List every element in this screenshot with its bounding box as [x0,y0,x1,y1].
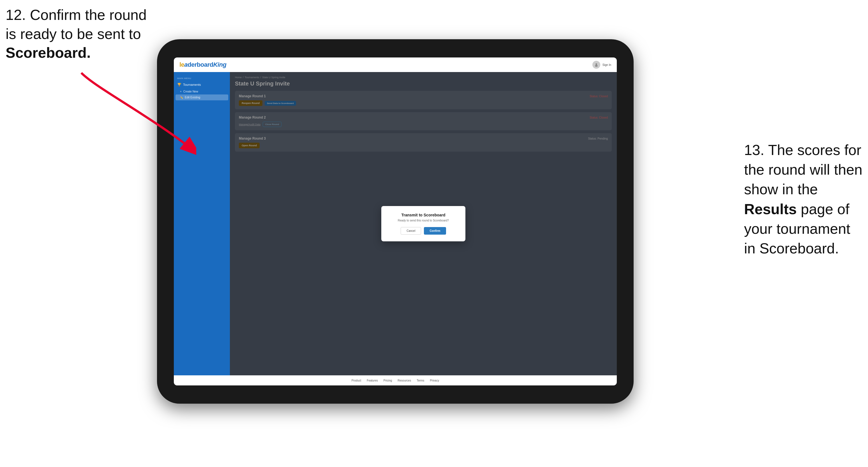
annotation-right-bold: Results [744,201,797,217]
annotation-line3: Scoreboard. [6,44,91,61]
sidebar-item-edit-existing[interactable]: ✏️ Edit Existing [176,94,228,100]
annotation-line1: 12. Confirm the round [6,7,147,23]
annotation-right: 13. The scores for the round will then s… [744,140,862,258]
nav-right: Sign In [592,61,611,69]
tablet-screen: leaderboardKing Sign In MAIN MENU 🏆 [174,58,617,385]
annotation-right-line2: the round will then [744,161,862,178]
edit-icon: ✏️ [180,96,183,99]
annotation-right-line4-rest: page of [797,201,849,217]
annotation-right-line1: 13. The scores for [744,142,861,158]
footer-product[interactable]: Product [351,379,361,382]
footer-resources[interactable]: Resources [398,379,411,382]
content-area: Home / Tournaments / State U Spring Invi… [230,72,617,375]
modal-title: Transmit to Scoreboard [389,213,458,217]
footer-pricing[interactable]: Pricing [383,379,392,382]
modal-cancel-button[interactable]: Cancel [401,227,421,235]
tablet: leaderboardKing Sign In MAIN MENU 🏆 [157,39,633,404]
footer-terms[interactable]: Terms [416,379,424,382]
sign-in-link[interactable]: Sign In [602,63,611,66]
logo-area: leaderboardKing [180,61,226,68]
annotation-top-left: 12. Confirm the round is ready to be sen… [6,6,147,63]
footer: Product Features Pricing Resources Terms… [174,375,617,385]
modal-buttons: Cancel Confirm [389,227,458,235]
annotation-line2: is ready to be sent to [6,26,141,42]
avatar [592,61,600,69]
trophy-icon: 🏆 [177,83,181,87]
svg-point-1 [595,63,597,65]
annotation-right-line3: show in the [744,181,818,197]
sidebar: MAIN MENU 🏆 Tournaments + Create New ✏️ … [174,72,230,375]
footer-privacy[interactable]: Privacy [430,379,439,382]
main-menu-label: MAIN MENU [174,75,230,81]
plus-icon: + [180,90,182,93]
main-layout: MAIN MENU 🏆 Tournaments + Create New ✏️ … [174,72,617,375]
footer-features[interactable]: Features [367,379,378,382]
sidebar-edit-existing-label: Edit Existing [185,96,200,99]
sidebar-item-create-new[interactable]: + Create New [174,89,230,94]
top-nav: leaderboardKing Sign In [174,58,617,72]
logo: leaderboardKing [180,61,226,68]
annotation-right-line5: your tournament [744,221,850,237]
modal-subtitle: Ready to send this round to Scoreboard? [389,219,458,222]
sidebar-item-tournaments[interactable]: 🏆 Tournaments [174,81,230,89]
modal-box: Transmit to Scoreboard Ready to send thi… [381,206,465,241]
modal-confirm-button[interactable]: Confirm [424,227,446,235]
svg-point-2 [595,65,598,67]
annotation-right-line6: in Scoreboard. [744,240,839,256]
modal-overlay: Transmit to Scoreboard Ready to send thi… [230,72,617,375]
sidebar-create-new-label: Create New [183,90,198,93]
sidebar-tournaments-label: Tournaments [183,83,201,86]
